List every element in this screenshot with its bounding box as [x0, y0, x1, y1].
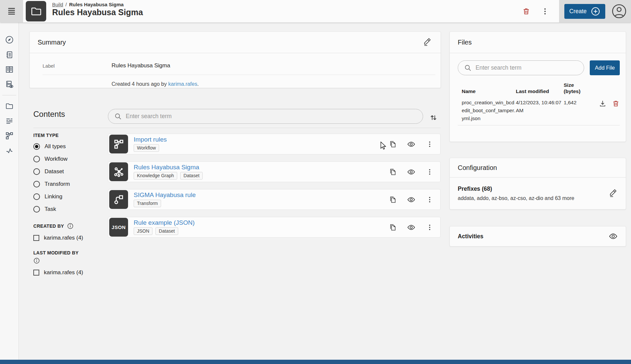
workflow-nodes-icon: [5, 131, 14, 140]
item-type-label: ITEM TYPE: [33, 133, 59, 138]
notebook-icon: [5, 50, 14, 59]
search-icon: [464, 64, 472, 72]
checkbox-label: karima.rafes (4): [44, 235, 83, 241]
sidebar-item-datasets[interactable]: [0, 114, 18, 128]
radio-icon[interactable]: [33, 206, 40, 213]
created-by-user-link[interactable]: karima.rafes: [168, 81, 197, 87]
info-icon[interactable]: [67, 223, 74, 229]
sidebar-item-projects[interactable]: [0, 99, 18, 114]
eye-icon: [609, 232, 618, 241]
prefixes-preview: addata, addo, az-bso, az-cso, az-dio and…: [458, 195, 574, 201]
item-title-link[interactable]: Rule example (JSON): [134, 219, 195, 226]
project-logo-tile: [26, 1, 46, 21]
item-more-actions-button[interactable]: [424, 167, 435, 177]
radio-transform[interactable]: Transform: [33, 178, 109, 190]
files-search-box: [458, 60, 584, 75]
user-avatar-button[interactable]: [611, 3, 627, 19]
sidebar-item-ontology[interactable]: [0, 62, 18, 77]
eye-icon: [407, 223, 415, 232]
file-row: proc_creation_win_bcdedit_boot_conf_tamp…: [462, 99, 620, 122]
checkbox-modified-by-karima[interactable]: karima.rafes (4): [33, 266, 109, 279]
bottom-bar: [0, 360, 631, 364]
person-avatar-icon: [612, 4, 627, 19]
clone-item-button[interactable]: [387, 139, 398, 149]
radio-workflow[interactable]: Workflow: [33, 153, 109, 165]
item-title-link[interactable]: Rules Hayabusa Sigma: [134, 164, 199, 171]
info-icon[interactable]: [33, 257, 109, 264]
item-more-actions-button[interactable]: [424, 139, 435, 149]
summary-label-key: Label: [43, 62, 112, 69]
sidebar-item-activities[interactable]: [0, 143, 18, 158]
summary-created-note: Created 4 hours ago by karima.rafes.: [112, 75, 435, 87]
trash-icon: [612, 100, 620, 108]
sidebar-item-vocabularies[interactable]: [0, 47, 18, 62]
contents-divider: [33, 128, 441, 128]
preview-item-button[interactable]: [406, 194, 417, 205]
prefixes-title: Prefixes (68): [458, 185, 574, 192]
copy-icon: [389, 196, 397, 204]
contents-search-input[interactable]: [126, 113, 417, 120]
item-title-link[interactable]: Import rules: [134, 136, 167, 143]
files-search-input[interactable]: [476, 64, 578, 71]
pencil-icon: [423, 38, 431, 47]
clone-item-button[interactable]: [387, 194, 398, 205]
sort-button[interactable]: [428, 112, 439, 123]
create-button-label: Create: [569, 8, 587, 15]
item-more-actions-button[interactable]: [424, 222, 435, 233]
preview-item-button[interactable]: [406, 166, 417, 178]
item-more-actions-button[interactable]: [424, 194, 435, 205]
item-tag: Dataset: [180, 172, 203, 180]
radio-icon[interactable]: [33, 181, 40, 187]
radio-task[interactable]: Task: [33, 203, 109, 215]
add-file-button[interactable]: Add File: [590, 60, 620, 75]
summary-label-value: Rules Hayabusa Sigma: [112, 62, 170, 69]
sidebar-item-explore[interactable]: [0, 32, 18, 47]
sidebar-item-queries[interactable]: [0, 77, 18, 92]
radio-dataset[interactable]: Dataset: [33, 165, 109, 178]
checkbox-icon[interactable]: [33, 235, 39, 241]
list-item-rule-example-json: JSON Rule example (JSON) JSON Dataset: [108, 217, 441, 238]
item-type-heading: ITEM TYPE: [33, 133, 109, 138]
eye-icon: [407, 195, 415, 204]
radio-linking[interactable]: Linking: [33, 190, 109, 203]
more-actions-button[interactable]: [540, 6, 550, 17]
view-activities-button[interactable]: [607, 230, 619, 242]
radio-icon[interactable]: [33, 193, 40, 200]
preview-item-button[interactable]: [406, 139, 417, 150]
delete-file-button[interactable]: [612, 100, 620, 108]
radio-all-types[interactable]: All types: [33, 140, 109, 153]
kebab-icon: [426, 223, 434, 231]
server-eye-icon: [5, 80, 14, 89]
edit-prefixes-button[interactable]: [607, 188, 618, 199]
created-prefix: Created 4 hours ago by: [112, 81, 168, 87]
checkbox-icon[interactable]: [33, 270, 39, 276]
breadcrumb-current: Rules Hayabusa Sigma: [69, 2, 124, 7]
sidebar-item-workflows[interactable]: [0, 128, 18, 143]
file-size: 1,642: [564, 99, 589, 122]
list-item-rules-hayabusa-sigma: Rules Hayabusa Sigma Knowledge Graph Dat…: [108, 161, 441, 182]
radio-label: Dataset: [45, 168, 64, 175]
breadcrumb-build-link[interactable]: Build: [52, 2, 63, 7]
create-button[interactable]: Create: [564, 4, 605, 19]
transform-tile-icon: [109, 190, 128, 209]
radio-label: Workflow: [45, 156, 68, 162]
menu-button[interactable]: [0, 0, 23, 22]
file-name: proc_creation_win_bcdedit_boot_conf_tamp…: [462, 100, 515, 121]
radio-icon[interactable]: [33, 156, 40, 162]
edit-summary-button[interactable]: [421, 37, 433, 48]
radio-icon-selected[interactable]: [33, 143, 40, 150]
checkbox-label: karima.rafes (4): [44, 269, 83, 276]
delete-project-button[interactable]: [521, 6, 532, 17]
preview-item-button[interactable]: [406, 222, 417, 233]
item-title-link[interactable]: SIGMA Hayabusa rule: [134, 192, 196, 199]
clone-item-button[interactable]: [387, 222, 398, 233]
radio-icon[interactable]: [33, 168, 40, 175]
configuration-card: Configuration Prefixes (68) addata, addo…: [449, 158, 626, 210]
clone-item-button[interactable]: [387, 167, 398, 177]
contents-item-list: Import rules Workflow: [108, 134, 441, 245]
checkbox-created-by-karima[interactable]: karima.rafes (4): [33, 232, 109, 244]
download-file-button[interactable]: [599, 100, 607, 108]
last-modified-by-heading: LAST MODIFIED BY: [33, 250, 109, 255]
kebab-icon: [426, 196, 434, 204]
contents-title: Contents: [33, 110, 65, 119]
